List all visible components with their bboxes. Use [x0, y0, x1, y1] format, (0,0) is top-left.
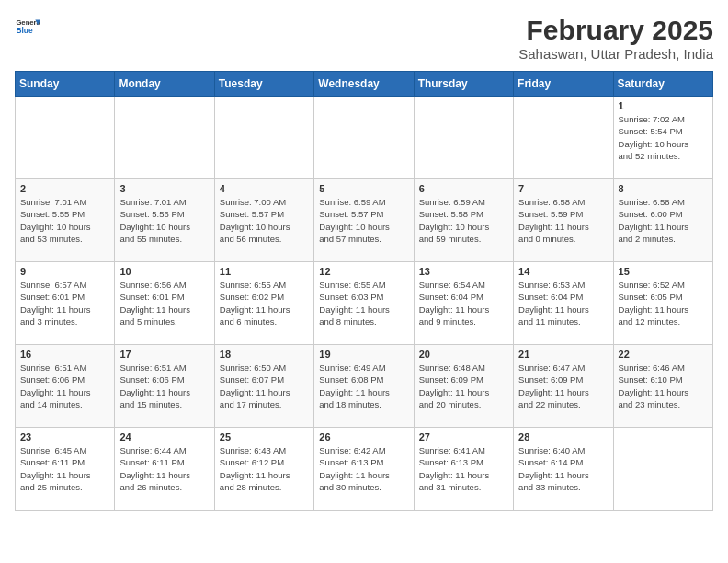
calendar-cell: 1Sunrise: 7:02 AM Sunset: 5:54 PM Daylig…: [613, 97, 712, 179]
calendar-cell: 12Sunrise: 6:55 AM Sunset: 6:03 PM Dayli…: [314, 262, 414, 345]
day-number: 15: [619, 266, 708, 277]
cell-content: Sunrise: 7:02 AM Sunset: 5:54 PM Dayligh…: [619, 113, 708, 162]
cell-content: Sunrise: 7:01 AM Sunset: 5:55 PM Dayligh…: [20, 196, 109, 245]
day-number: 23: [20, 431, 109, 442]
logo-icon: General Blue: [15, 15, 40, 40]
svg-text:Blue: Blue: [16, 26, 32, 35]
calendar-cell: [214, 97, 313, 179]
day-number: 4: [220, 183, 309, 194]
calendar-cell: 9Sunrise: 6:57 AM Sunset: 6:01 PM Daylig…: [16, 262, 115, 345]
day-number: 12: [319, 266, 408, 277]
calendar-cell: 7Sunrise: 6:58 AM Sunset: 5:59 PM Daylig…: [514, 179, 613, 262]
cell-content: Sunrise: 6:46 AM Sunset: 6:10 PM Dayligh…: [619, 362, 708, 410]
day-number: 9: [20, 266, 109, 277]
calendar-cell: 13Sunrise: 6:54 AM Sunset: 6:04 PM Dayli…: [414, 262, 513, 345]
calendar-cell: 20Sunrise: 6:48 AM Sunset: 6:09 PM Dayli…: [414, 345, 513, 428]
day-number: 7: [518, 183, 608, 194]
calendar-cell: 26Sunrise: 6:42 AM Sunset: 6:13 PM Dayli…: [314, 428, 414, 511]
cell-content: Sunrise: 6:57 AM Sunset: 6:01 PM Dayligh…: [20, 279, 109, 327]
cell-content: Sunrise: 6:44 AM Sunset: 6:11 PM Dayligh…: [119, 444, 209, 493]
calendar-cell: [115, 97, 214, 179]
cell-content: Sunrise: 6:55 AM Sunset: 6:03 PM Dayligh…: [319, 279, 408, 327]
day-number: 8: [619, 183, 708, 194]
title-block: February 2025 Sahaswan, Uttar Pradesh, I…: [518, 15, 713, 62]
weekday-header-tuesday: Tuesday: [214, 72, 313, 97]
day-number: 14: [518, 266, 608, 277]
weekday-header-friday: Friday: [514, 72, 613, 97]
day-number: 13: [419, 266, 508, 277]
day-number: 5: [319, 183, 408, 194]
day-number: 17: [119, 349, 209, 360]
calendar-cell: 2Sunrise: 7:01 AM Sunset: 5:55 PM Daylig…: [16, 179, 115, 262]
calendar-week-5: 23Sunrise: 6:45 AM Sunset: 6:11 PM Dayli…: [16, 428, 713, 511]
weekday-header-thursday: Thursday: [414, 72, 513, 97]
calendar-week-2: 2Sunrise: 7:01 AM Sunset: 5:55 PM Daylig…: [16, 179, 713, 262]
cell-content: Sunrise: 6:52 AM Sunset: 6:05 PM Dayligh…: [619, 279, 708, 327]
calendar-cell: 21Sunrise: 6:47 AM Sunset: 6:09 PM Dayli…: [514, 345, 613, 428]
day-number: 28: [518, 431, 608, 442]
logo: General Blue: [15, 15, 40, 40]
day-number: 16: [20, 349, 109, 360]
calendar-cell: [613, 428, 712, 511]
cell-content: Sunrise: 7:01 AM Sunset: 5:56 PM Dayligh…: [119, 196, 209, 245]
cell-content: Sunrise: 6:53 AM Sunset: 6:04 PM Dayligh…: [518, 279, 608, 327]
cell-content: Sunrise: 6:58 AM Sunset: 6:00 PM Dayligh…: [619, 196, 708, 245]
calendar-title: February 2025: [518, 15, 713, 46]
day-number: 1: [619, 100, 708, 111]
calendar-cell: 8Sunrise: 6:58 AM Sunset: 6:00 PM Daylig…: [613, 179, 712, 262]
cell-content: Sunrise: 6:42 AM Sunset: 6:13 PM Dayligh…: [319, 444, 408, 493]
calendar-table: SundayMondayTuesdayWednesdayThursdayFrid…: [15, 71, 713, 511]
weekday-header-row: SundayMondayTuesdayWednesdayThursdayFrid…: [16, 72, 713, 97]
cell-content: Sunrise: 6:59 AM Sunset: 5:58 PM Dayligh…: [419, 196, 508, 245]
day-number: 27: [419, 431, 508, 442]
calendar-cell: [514, 97, 613, 179]
calendar-cell: 24Sunrise: 6:44 AM Sunset: 6:11 PM Dayli…: [115, 428, 214, 511]
calendar-cell: 3Sunrise: 7:01 AM Sunset: 5:56 PM Daylig…: [115, 179, 214, 262]
day-number: 3: [119, 183, 209, 194]
calendar-cell: 10Sunrise: 6:56 AM Sunset: 6:01 PM Dayli…: [115, 262, 214, 345]
calendar-cell: 25Sunrise: 6:43 AM Sunset: 6:12 PM Dayli…: [214, 428, 313, 511]
calendar-week-3: 9Sunrise: 6:57 AM Sunset: 6:01 PM Daylig…: [16, 262, 713, 345]
day-number: 22: [619, 349, 708, 360]
cell-content: Sunrise: 6:55 AM Sunset: 6:02 PM Dayligh…: [220, 279, 309, 327]
page-header: General Blue February 2025 Sahaswan, Utt…: [15, 15, 713, 62]
calendar-cell: 6Sunrise: 6:59 AM Sunset: 5:58 PM Daylig…: [414, 179, 513, 262]
cell-content: Sunrise: 6:56 AM Sunset: 6:01 PM Dayligh…: [119, 279, 209, 327]
cell-content: Sunrise: 6:51 AM Sunset: 6:06 PM Dayligh…: [119, 362, 209, 410]
day-number: 11: [220, 266, 309, 277]
calendar-cell: 11Sunrise: 6:55 AM Sunset: 6:02 PM Dayli…: [214, 262, 313, 345]
weekday-header-sunday: Sunday: [16, 72, 115, 97]
calendar-cell: 18Sunrise: 6:50 AM Sunset: 6:07 PM Dayli…: [214, 345, 313, 428]
day-number: 25: [220, 431, 309, 442]
calendar-cell: 14Sunrise: 6:53 AM Sunset: 6:04 PM Dayli…: [514, 262, 613, 345]
cell-content: Sunrise: 6:58 AM Sunset: 5:59 PM Dayligh…: [518, 196, 608, 245]
cell-content: Sunrise: 6:59 AM Sunset: 5:57 PM Dayligh…: [319, 196, 408, 245]
cell-content: Sunrise: 6:51 AM Sunset: 6:06 PM Dayligh…: [20, 362, 109, 410]
cell-content: Sunrise: 7:00 AM Sunset: 5:57 PM Dayligh…: [220, 196, 309, 245]
calendar-cell: 17Sunrise: 6:51 AM Sunset: 6:06 PM Dayli…: [115, 345, 214, 428]
cell-content: Sunrise: 6:45 AM Sunset: 6:11 PM Dayligh…: [20, 444, 109, 493]
calendar-cell: 22Sunrise: 6:46 AM Sunset: 6:10 PM Dayli…: [613, 345, 712, 428]
cell-content: Sunrise: 6:49 AM Sunset: 6:08 PM Dayligh…: [319, 362, 408, 410]
day-number: 20: [419, 349, 508, 360]
cell-content: Sunrise: 6:54 AM Sunset: 6:04 PM Dayligh…: [419, 279, 508, 327]
day-number: 24: [119, 431, 209, 442]
calendar-cell: 5Sunrise: 6:59 AM Sunset: 5:57 PM Daylig…: [314, 179, 414, 262]
day-number: 6: [419, 183, 508, 194]
day-number: 18: [220, 349, 309, 360]
calendar-cell: 16Sunrise: 6:51 AM Sunset: 6:06 PM Dayli…: [16, 345, 115, 428]
cell-content: Sunrise: 6:48 AM Sunset: 6:09 PM Dayligh…: [419, 362, 508, 410]
calendar-cell: [16, 97, 115, 179]
weekday-header-monday: Monday: [115, 72, 214, 97]
calendar-cell: 27Sunrise: 6:41 AM Sunset: 6:13 PM Dayli…: [414, 428, 513, 511]
calendar-cell: [414, 97, 513, 179]
cell-content: Sunrise: 6:40 AM Sunset: 6:14 PM Dayligh…: [518, 444, 608, 493]
cell-content: Sunrise: 6:50 AM Sunset: 6:07 PM Dayligh…: [220, 362, 309, 410]
weekday-header-saturday: Saturday: [613, 72, 712, 97]
day-number: 10: [119, 266, 209, 277]
calendar-subtitle: Sahaswan, Uttar Pradesh, India: [518, 46, 713, 62]
calendar-cell: [314, 97, 414, 179]
cell-content: Sunrise: 6:41 AM Sunset: 6:13 PM Dayligh…: [419, 444, 508, 493]
day-number: 21: [518, 349, 608, 360]
calendar-cell: 28Sunrise: 6:40 AM Sunset: 6:14 PM Dayli…: [514, 428, 613, 511]
